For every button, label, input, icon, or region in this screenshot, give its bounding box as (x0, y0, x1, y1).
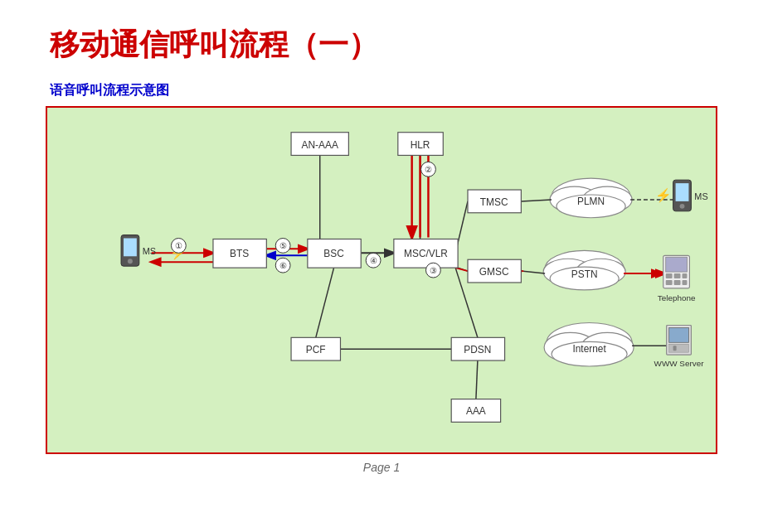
svg-text:Internet: Internet (572, 343, 606, 355)
PDSN-label: PDSN (464, 344, 491, 355)
internet-cloud: Internet (544, 323, 634, 366)
svg-rect-55 (673, 346, 677, 351)
svg-rect-46 (674, 273, 681, 278)
subtitle: 语音呼叫流程示意图 (0, 74, 763, 106)
svg-text:⑤: ⑤ (279, 241, 287, 250)
ms-left-icon: MS (121, 235, 156, 267)
plmn-cloud: PLMN (550, 178, 632, 218)
svg-text:④: ④ (370, 256, 377, 265)
svg-text:PLMN: PLMN (577, 196, 605, 207)
svg-point-37 (128, 259, 133, 264)
svg-text:⑥: ⑥ (279, 261, 287, 270)
svg-text:PSTN: PSTN (571, 268, 598, 280)
svg-rect-54 (669, 344, 689, 352)
page-footer: Page 1 (0, 461, 763, 474)
svg-rect-50 (683, 280, 688, 285)
svg-line-19 (316, 268, 334, 337)
MSC-VLR-label: MSC/VLR (404, 248, 448, 259)
svg-text:①: ① (175, 241, 182, 250)
lightning-right: ⚡ (655, 187, 672, 203)
HLR-label: HLR (411, 139, 430, 151)
www-server-icon: WWW Server (654, 325, 705, 368)
svg-rect-47 (683, 273, 688, 278)
svg-rect-36 (124, 238, 137, 256)
ms-right-icon: MS (673, 180, 708, 211)
TMSC-label: TMSC (480, 196, 508, 208)
GMSC-label: GMSC (479, 266, 509, 278)
svg-line-25 (521, 271, 545, 273)
page-title: 移动通信呼叫流程（一） (0, 0, 763, 74)
svg-line-22 (476, 360, 478, 399)
svg-rect-49 (674, 280, 681, 285)
svg-rect-45 (666, 273, 673, 278)
diagram-container: PLMN PSTN Internet (46, 106, 717, 454)
svg-line-23 (521, 200, 552, 201)
svg-text:MS: MS (143, 246, 156, 256)
svg-point-41 (680, 204, 685, 209)
svg-text:Telephone: Telephone (658, 293, 696, 302)
svg-rect-48 (666, 280, 673, 285)
svg-rect-53 (669, 327, 689, 342)
AAA-label: AAA (466, 405, 486, 417)
PCF-label: PCF (306, 344, 326, 355)
telephone-icon: Telephone (658, 255, 696, 302)
BSC-label: BSC (323, 248, 344, 259)
svg-text:MS: MS (694, 191, 707, 201)
svg-rect-40 (676, 183, 689, 201)
pstn-cloud: PSTN (543, 250, 625, 290)
svg-rect-44 (666, 257, 688, 272)
BTS-label: BTS (230, 248, 249, 259)
AN-AAA-label: AN-AAA (302, 139, 338, 151)
svg-text:②: ② (425, 165, 432, 174)
svg-text:③: ③ (430, 266, 437, 275)
svg-text:WWW Server: WWW Server (654, 359, 705, 368)
